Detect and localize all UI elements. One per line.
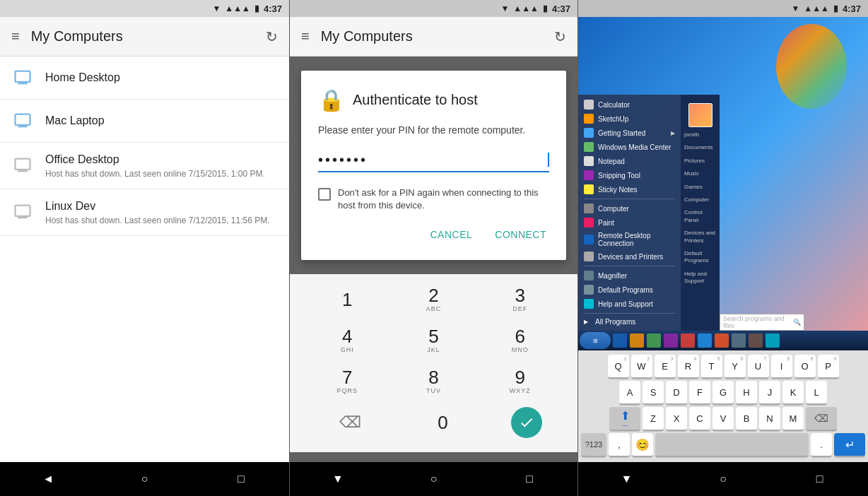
nav-home-2[interactable]: ○ bbox=[419, 465, 447, 493]
spacebar[interactable] bbox=[655, 433, 809, 457]
menu-item-help[interactable]: Help and Support bbox=[578, 297, 681, 311]
list-item-mac-laptop[interactable]: Mac Laptop bbox=[0, 100, 289, 143]
key-J[interactable]: J bbox=[759, 381, 780, 405]
numpad-key-0[interactable]: 0 bbox=[418, 404, 468, 441]
numpad-key-4[interactable]: 4 GHI bbox=[322, 322, 372, 359]
cancel-button[interactable]: CANCEL bbox=[427, 226, 475, 243]
key-O[interactable]: 9 O bbox=[794, 355, 816, 379]
comma-key[interactable]: , bbox=[609, 433, 630, 457]
taskbar-icon-10[interactable] bbox=[766, 333, 780, 348]
menu-item-notepad[interactable]: Notepad bbox=[578, 154, 681, 168]
numpad-key-9[interactable]: 9 WXYZ bbox=[495, 363, 545, 400]
key-M[interactable]: M bbox=[782, 407, 804, 431]
start-button[interactable]: ⊞ bbox=[580, 332, 611, 349]
key-G[interactable]: G bbox=[712, 381, 734, 405]
key-H[interactable]: H bbox=[736, 381, 757, 405]
right-menu-documents[interactable]: Documents bbox=[681, 141, 720, 154]
key-W[interactable]: 2 W bbox=[631, 355, 652, 379]
key-P[interactable]: 0 P bbox=[818, 355, 839, 379]
right-menu-computer[interactable]: Computer bbox=[681, 194, 720, 206]
refresh-icon-1[interactable]: ↻ bbox=[266, 28, 278, 45]
menu-item-default[interactable]: Default Programs bbox=[578, 283, 681, 297]
nav-recent-1[interactable]: □ bbox=[227, 465, 255, 493]
symbols-key[interactable]: ?123 bbox=[581, 433, 606, 457]
taskbar-icon-5[interactable] bbox=[681, 333, 695, 348]
menu-icon-1[interactable]: ≡ bbox=[11, 28, 20, 45]
taskbar-icon-4[interactable] bbox=[664, 333, 678, 348]
enter-key[interactable]: ↵ bbox=[834, 433, 865, 457]
taskbar-icon-2[interactable] bbox=[630, 333, 644, 348]
key-I[interactable]: 8 I bbox=[771, 355, 792, 379]
nav-recent-3[interactable]: □ bbox=[806, 465, 834, 493]
right-menu-help[interactable]: Help and Support bbox=[681, 268, 720, 288]
taskbar-icon-ie[interactable] bbox=[613, 333, 627, 348]
menu-item-getting-started[interactable]: Getting Started ▶ bbox=[578, 126, 681, 140]
shift-key[interactable]: ⬆ — bbox=[609, 407, 640, 431]
emoji-key[interactable]: 😊 bbox=[632, 433, 653, 457]
numpad-key-5[interactable]: 5 JKL bbox=[409, 322, 458, 359]
dont-ask-checkbox[interactable] bbox=[318, 188, 331, 201]
key-L[interactable]: L bbox=[806, 381, 827, 405]
nav-home-3[interactable]: ○ bbox=[709, 465, 737, 493]
list-item-home-desktop[interactable]: Home Desktop bbox=[0, 57, 289, 100]
key-K[interactable]: K bbox=[782, 381, 804, 405]
key-V[interactable]: V bbox=[712, 407, 734, 431]
period-key[interactable]: . bbox=[811, 433, 832, 457]
numpad-key-2[interactable]: 2 ABC bbox=[409, 281, 458, 318]
nav-home-1[interactable]: ○ bbox=[130, 465, 158, 493]
key-F[interactable]: F bbox=[689, 381, 710, 405]
numpad-key-8[interactable]: 8 TUV bbox=[409, 363, 458, 400]
key-R[interactable]: 4 R bbox=[678, 355, 699, 379]
menu-item-sticky[interactable]: Sticky Notes bbox=[578, 182, 681, 196]
key-U[interactable]: 7 U bbox=[748, 355, 769, 379]
menu-item-wmc[interactable]: Windows Media Center bbox=[578, 140, 681, 154]
remote-desktop-view[interactable]: Calculator SketchUp Getting Started ▶ Wi… bbox=[578, 17, 868, 350]
menu-icon-2[interactable]: ≡ bbox=[301, 28, 310, 45]
menu-item-snipping[interactable]: Snipping Tool bbox=[578, 168, 681, 182]
taskbar[interactable]: ⊞ bbox=[578, 331, 868, 350]
key-E[interactable]: 3 E bbox=[655, 355, 676, 379]
key-C[interactable]: C bbox=[689, 407, 710, 431]
key-Y[interactable]: 6 Y bbox=[725, 355, 746, 379]
numpad-backspace[interactable]: ⌫ bbox=[326, 404, 375, 441]
key-Z[interactable]: Z bbox=[643, 407, 664, 431]
menu-item-devices[interactable]: Devices and Printers bbox=[578, 249, 681, 264]
list-item-office-desktop[interactable]: Office Desktop Host has shut down. Last … bbox=[0, 143, 289, 189]
nav-back-1[interactable]: ◄ bbox=[34, 465, 62, 493]
menu-item-all-programs[interactable]: ▶ All Programs bbox=[578, 316, 681, 328]
taskbar-icon-8[interactable] bbox=[732, 333, 746, 348]
numpad-key-1[interactable]: 1 bbox=[322, 281, 372, 318]
connect-button[interactable]: CONNECT bbox=[492, 226, 549, 243]
menu-item-magnifier[interactable]: Magnifier bbox=[578, 268, 681, 283]
right-menu-username[interactable]: jsmith bbox=[681, 129, 720, 141]
key-S[interactable]: S bbox=[643, 381, 664, 405]
checkbox-row[interactable]: Don't ask for a PIN again when connectin… bbox=[318, 187, 549, 212]
key-X[interactable]: X bbox=[666, 407, 687, 431]
menu-item-paint[interactable]: Paint bbox=[578, 215, 681, 230]
taskbar-icon-7[interactable] bbox=[715, 333, 729, 348]
key-T[interactable]: 5 T bbox=[701, 355, 722, 379]
start-menu[interactable]: Calculator SketchUp Getting Started ▶ Wi… bbox=[578, 95, 720, 331]
backspace-key[interactable]: ⌫ bbox=[806, 407, 837, 431]
key-A[interactable]: A bbox=[619, 381, 640, 405]
refresh-icon-2[interactable]: ↻ bbox=[554, 28, 566, 45]
numpad-confirm[interactable] bbox=[511, 407, 542, 438]
taskbar-icon-3[interactable] bbox=[647, 333, 661, 348]
menu-item-computer[interactable]: Computer bbox=[578, 201, 681, 215]
taskbar-icon-9[interactable] bbox=[749, 333, 763, 348]
right-menu-games[interactable]: Games bbox=[681, 181, 720, 194]
numpad-key-3[interactable]: 3 DEF bbox=[495, 281, 545, 318]
key-B[interactable]: B bbox=[736, 407, 757, 431]
key-D[interactable]: D bbox=[666, 381, 687, 405]
key-N[interactable]: N bbox=[759, 407, 780, 431]
numpad-key-7[interactable]: 7 PQRS bbox=[322, 363, 372, 400]
right-menu-pictures[interactable]: Pictures bbox=[681, 155, 720, 167]
numpad-key-6[interactable]: 6 MNO bbox=[495, 322, 545, 359]
right-menu-music[interactable]: Music bbox=[681, 167, 720, 180]
right-menu-control-panel[interactable]: Control Panel bbox=[681, 206, 720, 227]
nav-back-2[interactable]: ▼ bbox=[324, 465, 352, 493]
list-item-linux-dev[interactable]: Linux Dev Host has shut down. Last seen … bbox=[0, 189, 289, 236]
nav-back-3[interactable]: ▼ bbox=[612, 465, 640, 493]
right-menu-default[interactable]: Default Programs bbox=[681, 247, 720, 268]
key-Q[interactable]: 1 Q bbox=[608, 355, 629, 379]
